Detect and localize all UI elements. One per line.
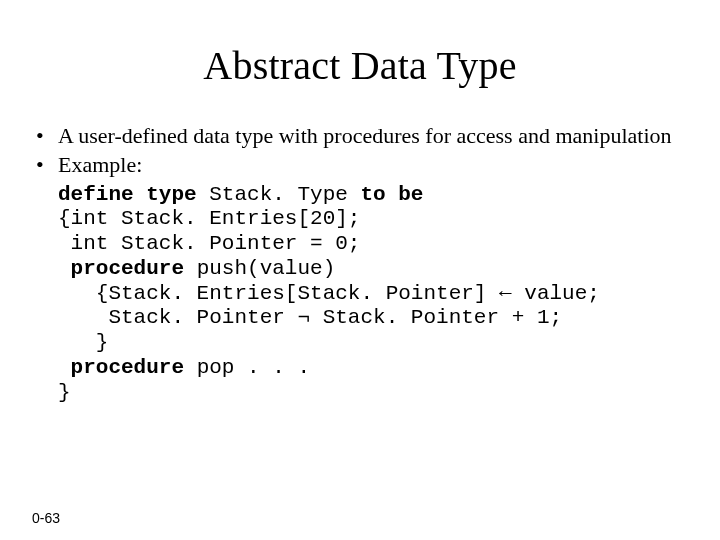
code-line: {Stack. Entries[Stack. Pointer] ← value; [58, 282, 600, 305]
code-line: {int Stack. Entries[20]; [58, 207, 360, 230]
code-text: pop . . . [184, 356, 310, 379]
keyword-procedure: procedure [58, 257, 184, 280]
keyword-define-type: define type [58, 183, 197, 206]
bullet-item: Example: [36, 152, 684, 179]
page-number: 0-63 [32, 510, 60, 526]
slide: Abstract Data Type A user-defined data t… [0, 42, 720, 540]
code-block: define type Stack. Type to be {int Stack… [58, 183, 684, 406]
keyword-to-be: to be [360, 183, 423, 206]
code-line: Stack. Pointer ¬ Stack. Pointer + 1; [58, 306, 562, 329]
code-text: push(value) [184, 257, 335, 280]
code-line: } [58, 381, 71, 404]
code-line: int Stack. Pointer = 0; [58, 232, 360, 255]
slide-title: Abstract Data Type [0, 42, 720, 89]
code-text: Stack. Type [197, 183, 361, 206]
bullet-list: A user-defined data type with procedures… [36, 123, 684, 179]
keyword-procedure: procedure [58, 356, 184, 379]
bullet-item: A user-defined data type with procedures… [36, 123, 684, 150]
code-line: } [58, 331, 108, 354]
slide-body: A user-defined data type with procedures… [36, 123, 684, 406]
